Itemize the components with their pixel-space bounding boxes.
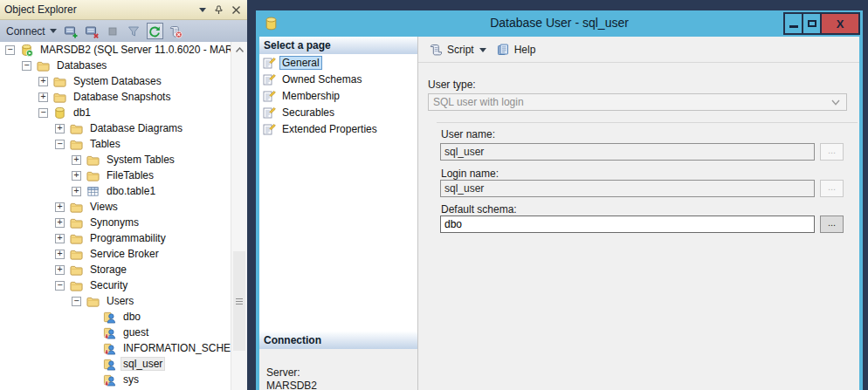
expander-minus-icon[interactable]: − [55,140,65,149]
expander-plus-icon[interactable]: + [55,265,65,275]
page-item-label: Owned Schemas [279,72,364,86]
tree-item-db1[interactable]: −db1 [0,105,231,120]
group-divider [437,122,858,123]
default-schema-browse-button[interactable]: ... [820,216,844,233]
close-button[interactable]: X [820,12,860,35]
tree-item-users[interactable]: −Users [0,293,231,309]
expander-plus-icon[interactable]: + [38,77,48,86]
script-error-button[interactable] [168,23,184,39]
minimize-icon [789,25,798,28]
page-item-membership[interactable]: Membership [259,87,417,104]
expander-minus-icon[interactable]: − [22,61,31,71]
expander-plus-icon[interactable]: + [55,202,65,212]
dialog-content-pane: Script Help User type: SQL user with log… [418,37,859,390]
tree-item-filetables[interactable]: +FileTables [0,168,231,183]
tree-item-security[interactable]: −Security [0,277,231,293]
tree-item-sql-user[interactable]: sql_user [0,356,231,372]
tree-item-tables[interactable]: −Tables [0,136,231,152]
user-name-input[interactable]: sql_user [440,143,815,161]
tree-item-label: sys [121,373,141,387]
tree-item-database-snapshots[interactable]: +Database Snapshots [0,89,231,105]
tree-item-marsdb2-sql-server-11-0-6020-marsd[interactable]: −MARSDB2 (SQL Server 11.0.6020 - MARSD [0,42,231,58]
help-button[interactable]: Help [493,41,539,58]
user-type-combobox[interactable]: SQL user with login [428,93,847,111]
tree-item-databases[interactable]: −Databases [0,58,231,73]
page-item-extended-properties[interactable]: Extended Properties [259,120,417,137]
expander-plus-icon[interactable]: + [55,124,65,133]
tree-item-views[interactable]: +Views [0,199,231,215]
expander-plus-icon[interactable]: + [55,250,65,259]
disconnect-server-icon [85,24,99,38]
tree-item-sys[interactable]: sys [0,372,231,387]
tree-item-database-diagrams[interactable]: +Database Diagrams [0,120,231,136]
disconnect-server-button[interactable] [84,23,100,39]
user-disabled-icon [103,326,116,339]
connect-button[interactable]: Connect [6,25,57,38]
tree-item-system-tables[interactable]: +System Tables [0,152,231,168]
user-name-browse-button[interactable]: ... [820,143,844,161]
minimize-button[interactable] [783,12,803,35]
script-icon [429,43,443,57]
tree-item-label: FileTables [104,168,156,182]
tree-item-synonyms[interactable]: +Synonyms [0,215,231,230]
expander-minus-icon[interactable]: − [55,281,65,291]
close-icon[interactable] [231,5,241,15]
login-name-browse-button[interactable]: ... [820,180,844,197]
tree-item-dbo[interactable]: dbo [0,309,231,325]
tree-item-storage[interactable]: +Storage [0,262,231,277]
server-value: MARSDB2 [266,380,417,390]
scrollbar-up-arrow-icon[interactable] [231,42,247,57]
folder-icon [86,295,100,308]
connection-section: Connection Server: MARSDB2 Connection: [259,332,417,390]
expander-spacer [88,344,98,353]
page-edit-icon [262,72,276,86]
object-explorer-header[interactable]: Object Explorer [0,0,247,20]
pin-icon[interactable] [214,5,224,15]
expander-plus-icon[interactable]: + [72,171,81,181]
dialog-titlebar[interactable]: Database User - sql_user X [256,10,863,37]
expander-plus-icon[interactable]: + [38,92,48,102]
page-edit-icon [262,122,276,136]
maximize-button[interactable] [802,12,822,35]
tree-item-programmability[interactable]: +Programmability [0,230,231,246]
refresh-button[interactable] [147,23,163,39]
tree-item-label: dbo [121,310,143,324]
expander-spacer [88,312,98,322]
tree-item-label: Programmability [87,231,169,245]
expander-plus-icon[interactable]: + [72,155,81,165]
scrollbar-thumb[interactable] [233,251,245,351]
page-selector-pane: Select a page GeneralOwned SchemasMember… [259,37,418,390]
filter-button[interactable] [126,23,142,39]
expander-minus-icon[interactable]: − [5,45,15,55]
expander-plus-icon[interactable]: + [55,218,65,228]
tree-item-dbo-table1[interactable]: +dbo.table1 [0,183,231,199]
tree-item-label: System Tables [104,153,177,167]
expander-plus-icon[interactable]: + [72,187,81,196]
page-item-owned-schemas[interactable]: Owned Schemas [259,71,417,87]
page-item-label: Securables [279,106,337,120]
page-item-general[interactable]: General [259,54,417,71]
login-name-input[interactable]: sql_user [440,180,815,197]
expander-minus-icon[interactable]: − [38,108,48,118]
tree-item-service-broker[interactable]: +Service Broker [0,246,231,262]
connect-server-button[interactable] [63,23,79,39]
tree-item-information-schem[interactable]: INFORMATION_SCHEM [0,340,231,356]
tree-item-label: Users [104,294,136,308]
dialog-title: Database User - sql_user [256,16,863,30]
expander-spacer [88,359,98,369]
window-position-menu-icon[interactable] [199,8,206,12]
tree-item-label: Storage [87,263,129,277]
tree-item-label: INFORMATION_SCHEM [121,341,231,355]
page-edit-icon [262,106,276,120]
script-button[interactable]: Script [426,41,477,58]
tree-scrollbar[interactable] [231,42,247,390]
default-schema-input[interactable]: dbo [440,216,815,233]
stop-button[interactable] [105,23,121,39]
expander-plus-icon[interactable]: + [55,234,65,243]
page-item-securables[interactable]: Securables [259,104,417,120]
expander-minus-icon[interactable]: − [72,297,81,306]
script-dropdown-button[interactable] [477,46,493,52]
help-icon [496,43,510,57]
tree-item-guest[interactable]: guest [0,325,231,340]
tree-item-system-databases[interactable]: +System Databases [0,73,231,89]
